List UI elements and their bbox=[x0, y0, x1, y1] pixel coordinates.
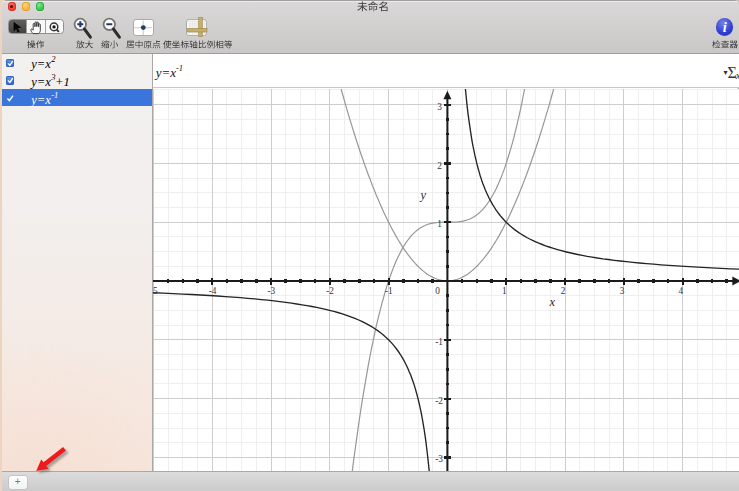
svg-text:-5: -5 bbox=[153, 285, 158, 295]
svg-text:-2: -2 bbox=[435, 395, 443, 405]
svg-text:-3: -3 bbox=[435, 454, 443, 464]
svg-text:-4: -4 bbox=[209, 285, 217, 295]
svg-text:4: 4 bbox=[679, 285, 684, 295]
svg-text:1: 1 bbox=[437, 219, 442, 229]
svg-text:3: 3 bbox=[620, 285, 625, 295]
svg-text:2: 2 bbox=[561, 285, 566, 295]
svg-text:y: y bbox=[419, 187, 427, 201]
svg-text:-2: -2 bbox=[326, 285, 334, 295]
svg-text:-1: -1 bbox=[435, 336, 443, 346]
svg-text:-3: -3 bbox=[268, 285, 276, 295]
svg-text:0: 0 bbox=[435, 286, 440, 296]
svg-text:2: 2 bbox=[437, 160, 442, 170]
svg-text:3: 3 bbox=[437, 101, 442, 111]
svg-text:x: x bbox=[549, 294, 556, 308]
svg-text:1: 1 bbox=[502, 285, 507, 295]
svg-text:-1: -1 bbox=[385, 285, 393, 295]
